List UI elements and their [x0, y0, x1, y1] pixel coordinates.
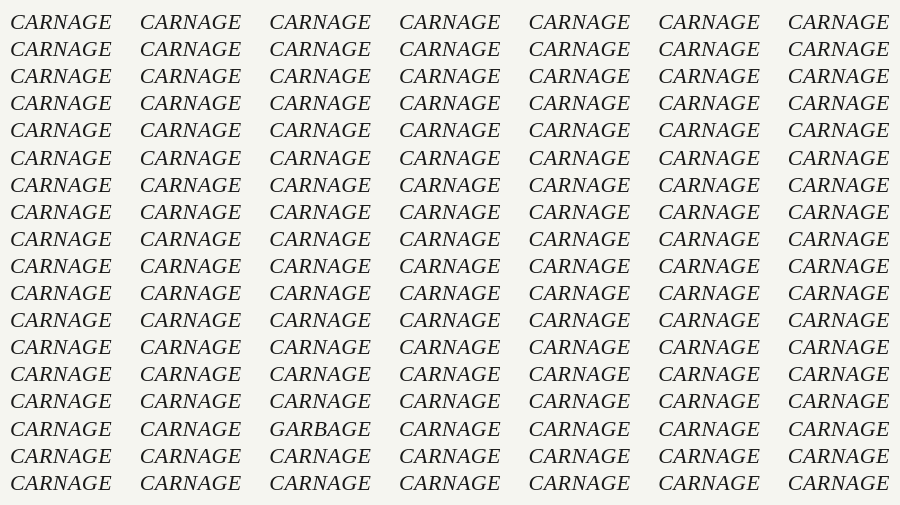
- carnage-word: CARNAGE: [658, 117, 760, 143]
- carnage-word: CARNAGE: [10, 280, 112, 306]
- carnage-word: CARNAGE: [658, 307, 760, 333]
- carnage-word: CARNAGE: [269, 307, 371, 333]
- text-row: CARNAGECARNAGECARNAGECARNAGECARNAGECARNA…: [10, 361, 890, 387]
- carnage-word: CARNAGE: [788, 470, 890, 496]
- carnage-word: CARNAGE: [10, 470, 112, 496]
- carnage-word: CARNAGE: [529, 253, 631, 279]
- carnage-word: CARNAGE: [10, 36, 112, 62]
- carnage-word: CARNAGE: [399, 117, 501, 143]
- text-row: CARNAGECARNAGECARNAGECARNAGECARNAGECARNA…: [10, 117, 890, 143]
- carnage-word: CARNAGE: [529, 470, 631, 496]
- carnage-word: CARNAGE: [10, 199, 112, 225]
- carnage-word: CARNAGE: [140, 470, 242, 496]
- text-row: CARNAGECARNAGECARNAGECARNAGECARNAGECARNA…: [10, 145, 890, 171]
- carnage-word: CARNAGE: [658, 388, 760, 414]
- text-row: CARNAGECARNAGECARNAGECARNAGECARNAGECARNA…: [10, 470, 890, 496]
- carnage-word: CARNAGE: [658, 145, 760, 171]
- carnage-word: CARNAGE: [658, 9, 760, 35]
- carnage-word: CARNAGE: [140, 63, 242, 89]
- carnage-word: CARNAGE: [399, 443, 501, 469]
- carnage-word: CARNAGE: [10, 226, 112, 252]
- carnage-word: CARNAGE: [269, 253, 371, 279]
- carnage-word: CARNAGE: [658, 90, 760, 116]
- carnage-word: CARNAGE: [399, 388, 501, 414]
- carnage-word: CARNAGE: [788, 388, 890, 414]
- text-row: CARNAGECARNAGECARNAGECARNAGECARNAGECARNA…: [10, 443, 890, 469]
- text-row: CARNAGECARNAGECARNAGECARNAGECARNAGECARNA…: [10, 36, 890, 62]
- carnage-word: CARNAGE: [10, 416, 112, 442]
- text-row: CARNAGECARNAGECARNAGECARNAGECARNAGECARNA…: [10, 90, 890, 116]
- carnage-word: CARNAGE: [399, 334, 501, 360]
- carnage-word: CARNAGE: [140, 280, 242, 306]
- carnage-word: CARNAGE: [529, 334, 631, 360]
- carnage-word: CARNAGE: [529, 361, 631, 387]
- carnage-word: CARNAGE: [269, 63, 371, 89]
- carnage-word: CARNAGE: [658, 253, 760, 279]
- carnage-word: CARNAGE: [529, 226, 631, 252]
- carnage-word: CARNAGE: [529, 307, 631, 333]
- carnage-word: CARNAGE: [529, 145, 631, 171]
- carnage-word: CARNAGE: [140, 199, 242, 225]
- carnage-word: CARNAGE: [10, 443, 112, 469]
- text-row: CARNAGECARNAGECARNAGECARNAGECARNAGECARNA…: [10, 226, 890, 252]
- carnage-word: CARNAGE: [658, 199, 760, 225]
- carnage-word: CARNAGE: [269, 470, 371, 496]
- carnage-word: CARNAGE: [140, 416, 242, 442]
- carnage-word: CARNAGE: [269, 388, 371, 414]
- carnage-word: CARNAGE: [788, 9, 890, 35]
- carnage-word: CARNAGE: [529, 416, 631, 442]
- text-row: CARNAGECARNAGECARNAGECARNAGECARNAGECARNA…: [10, 9, 890, 35]
- carnage-word: CARNAGE: [529, 172, 631, 198]
- carnage-word: CARNAGE: [10, 145, 112, 171]
- carnage-word: CARNAGE: [399, 9, 501, 35]
- carnage-word: CARNAGE: [788, 199, 890, 225]
- text-row: CARNAGECARNAGECARNAGECARNAGECARNAGECARNA…: [10, 388, 890, 414]
- carnage-word: CARNAGE: [140, 388, 242, 414]
- text-row: CARNAGECARNAGEGARBAGECARNAGECARNAGECARNA…: [10, 416, 890, 442]
- carnage-word: CARNAGE: [140, 117, 242, 143]
- carnage-word: CARNAGE: [399, 226, 501, 252]
- carnage-word: CARNAGE: [269, 90, 371, 116]
- text-row: CARNAGECARNAGECARNAGECARNAGECARNAGECARNA…: [10, 253, 890, 279]
- carnage-word: CARNAGE: [529, 9, 631, 35]
- text-row: CARNAGECARNAGECARNAGECARNAGECARNAGECARNA…: [10, 63, 890, 89]
- carnage-word: CARNAGE: [399, 36, 501, 62]
- carnage-word: CARNAGE: [529, 199, 631, 225]
- carnage-word: CARNAGE: [529, 280, 631, 306]
- carnage-word: CARNAGE: [10, 361, 112, 387]
- carnage-word: CARNAGE: [399, 470, 501, 496]
- carnage-word: CARNAGE: [788, 172, 890, 198]
- carnage-word: CARNAGE: [140, 253, 242, 279]
- carnage-word: CARNAGE: [399, 90, 501, 116]
- carnage-word: CARNAGE: [788, 145, 890, 171]
- carnage-word: CARNAGE: [269, 443, 371, 469]
- carnage-word: CARNAGE: [269, 361, 371, 387]
- carnage-word: CARNAGE: [658, 63, 760, 89]
- odd-word: GARBAGE: [269, 416, 371, 442]
- carnage-word: CARNAGE: [269, 172, 371, 198]
- carnage-word: CARNAGE: [399, 199, 501, 225]
- text-row: CARNAGECARNAGECARNAGECARNAGECARNAGECARNA…: [10, 280, 890, 306]
- carnage-word: CARNAGE: [269, 9, 371, 35]
- carnage-word: CARNAGE: [140, 90, 242, 116]
- carnage-word: CARNAGE: [399, 172, 501, 198]
- carnage-word: CARNAGE: [529, 388, 631, 414]
- carnage-word: CARNAGE: [399, 253, 501, 279]
- carnage-word: CARNAGE: [529, 117, 631, 143]
- carnage-word: CARNAGE: [399, 416, 501, 442]
- carnage-word: CARNAGE: [10, 172, 112, 198]
- carnage-word: CARNAGE: [140, 172, 242, 198]
- carnage-word: CARNAGE: [140, 36, 242, 62]
- carnage-word: CARNAGE: [140, 145, 242, 171]
- carnage-word: CARNAGE: [10, 334, 112, 360]
- carnage-word: CARNAGE: [529, 36, 631, 62]
- carnage-word: CARNAGE: [140, 443, 242, 469]
- carnage-word: CARNAGE: [10, 307, 112, 333]
- carnage-word: CARNAGE: [658, 226, 760, 252]
- carnage-word: CARNAGE: [399, 307, 501, 333]
- carnage-word: CARNAGE: [269, 145, 371, 171]
- carnage-word: CARNAGE: [658, 416, 760, 442]
- carnage-word: CARNAGE: [140, 9, 242, 35]
- carnage-word: CARNAGE: [269, 199, 371, 225]
- carnage-word: CARNAGE: [658, 443, 760, 469]
